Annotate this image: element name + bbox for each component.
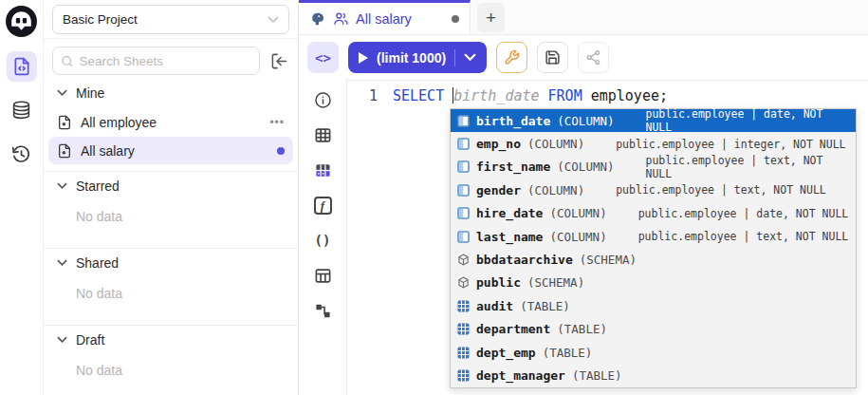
wrench-icon [504,49,520,66]
suggestion-name: dept_manager [476,368,565,383]
chevron-down-icon [57,182,67,190]
autocomplete-item[interactable]: first_name (COLUMN) public.employee | te… [451,156,856,179]
autocomplete-item[interactable]: gender (COLUMN) public.employee | text, … [451,179,856,201]
save-icon [545,49,561,66]
suggestion-name: hire_date [476,206,543,220]
sidebar-section-draft[interactable]: Draft [44,326,298,354]
database-icon [11,101,31,121]
chevron-down-icon [57,259,67,267]
project-selector[interactable]: Basic Project [52,5,289,34]
sidebar-section-shared[interactable]: Shared [44,249,298,277]
strip-item-info[interactable] [312,89,333,110]
play-icon [359,52,368,64]
autocomplete-item[interactable]: hire_date (COLUMN) public.employee | dat… [451,202,856,225]
suggestion-kind: (COLUMN) [557,160,614,174]
autocomplete-item[interactable]: bbdataarchive (SCHEMA) [451,248,856,271]
history-clock-icon [11,144,31,164]
tab-strip: All salary + [299,0,868,35]
sidebar-section-starred[interactable]: Starred [44,172,298,200]
strip-item-variables[interactable]: () [312,230,333,251]
suggestion-detail: public.employee | date, NOT NULL [638,207,849,220]
sheet-file-icon [57,143,72,159]
rail-item-database[interactable] [7,95,37,125]
save-button[interactable] [537,42,568,73]
table-icon [457,300,470,312]
autocomplete-item[interactable]: last_name (COLUMN) public.employee | tex… [451,225,856,248]
code-text: SELECT birth_date FROM employee; [393,87,668,104]
suggestion-name: dept_emp [476,346,536,360]
suggestion-kind: (TABLE) [543,346,593,360]
run-button-separator [454,49,455,66]
autocomplete-item[interactable]: dept_emp (TABLE) [451,341,856,364]
suggestion-kind: (COLUMN) [527,137,584,151]
share-button[interactable] [578,42,609,73]
table-grid-icon [314,126,332,144]
app-logo-icon [5,5,38,38]
suggestion-name: department [476,322,550,336]
postgresql-icon [309,10,326,28]
editor-toolbar: <> (limit 1000) [299,35,868,80]
search-sheets-input[interactable] [80,54,251,68]
sql-identifier: employee; [591,87,668,104]
strip-item-tables[interactable] [312,265,333,286]
chevron-down-icon[interactable] [464,53,476,62]
autocomplete-popup: birth_date (COLUMN) public.employee | da… [450,108,857,388]
run-query-button[interactable]: (limit 1000) [348,42,487,73]
column-icon [457,138,470,150]
autocomplete-item[interactable]: emp_no (COLUMN) public.employee | intege… [451,132,856,155]
column-icon [457,184,470,197]
rail-item-history[interactable] [7,139,37,169]
schema-icon [457,254,470,266]
suggestion-name: audit [476,299,513,313]
autocomplete-item[interactable]: birth_date (COLUMN) public.employee | da… [451,109,856,132]
column-icon [457,207,470,219]
suggestion-name: birth_date [476,114,550,128]
suggestion-detail: public.employee | text, NOT NULL [616,183,826,197]
suggestion-kind: (COLUMN) [549,230,606,244]
suggestion-name: last_name [476,230,543,244]
new-tab-button[interactable]: + [477,3,505,32]
tab-all-salary[interactable]: All salary [299,0,471,34]
suggestion-kind: (TABLE) [520,299,570,313]
suggestion-kind: (COLUMN) [557,114,614,128]
strip-item-functions[interactable]: f [312,195,333,216]
suggestion-kind: (TABLE) [557,322,607,336]
autocomplete-item[interactable]: public (SCHEMA) [451,272,856,294]
app-window: Basic Project Mine [0,0,868,395]
empty-placeholder: No data [44,277,298,318]
sheet-item-label: All salary [81,143,135,159]
sheet-file-icon [57,115,72,130]
chevron-down-icon [268,16,279,24]
autocomplete-item[interactable]: dept_manager (TABLE) [451,364,856,386]
rail-item-sheets[interactable] [7,51,37,82]
more-icon[interactable]: ••• [269,116,285,129]
suggestion-detail: public.employee | date, NOT NULL [646,107,850,134]
import-icon [270,52,288,70]
format-query-button[interactable] [496,42,527,73]
suggestion-name: public [476,275,521,290]
shared-users-icon [333,10,349,27]
suggestion-kind: (SCHEMA) [580,253,637,267]
autocomplete-item[interactable]: department (TABLE) [451,318,856,341]
schema-icon [457,276,470,289]
tab-label: All salary [356,11,412,27]
strip-item-preview-table[interactable] [312,160,333,180]
import-sheet-button[interactable] [267,48,291,73]
code-view-toggle[interactable]: <> [307,42,339,73]
column-icon [457,231,470,243]
suggestion-name: gender [476,183,521,198]
sheet-item-label: All employee [81,115,157,130]
sidebar-section-mine[interactable]: Mine [44,79,298,107]
unsaved-dot [452,15,459,23]
suggestion-name: bbdataarchive [476,253,573,267]
table-icon [457,347,470,359]
strip-item-schema[interactable] [312,300,333,321]
sql-keyword: FROM [540,87,591,104]
autocomplete-item[interactable]: audit (TABLE) [451,294,856,317]
empty-placeholder: No data [44,354,298,395]
search-input-wrap [52,47,260,75]
sheet-item-all-salary[interactable]: All salary [48,137,293,164]
app-rail [0,0,43,395]
sheet-item-all-employee[interactable]: All employee ••• [48,108,293,136]
strip-item-columns[interactable] [312,124,333,145]
